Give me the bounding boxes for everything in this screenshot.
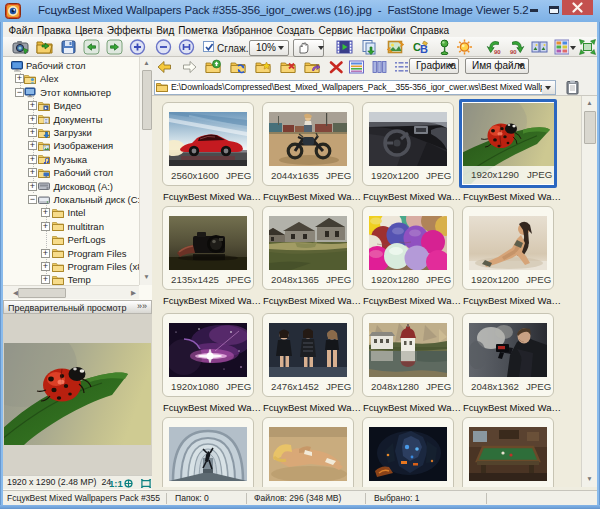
svg-text:B: B	[420, 43, 428, 55]
svg-text:90: 90	[494, 49, 501, 55]
svg-text:90: 90	[510, 49, 517, 55]
